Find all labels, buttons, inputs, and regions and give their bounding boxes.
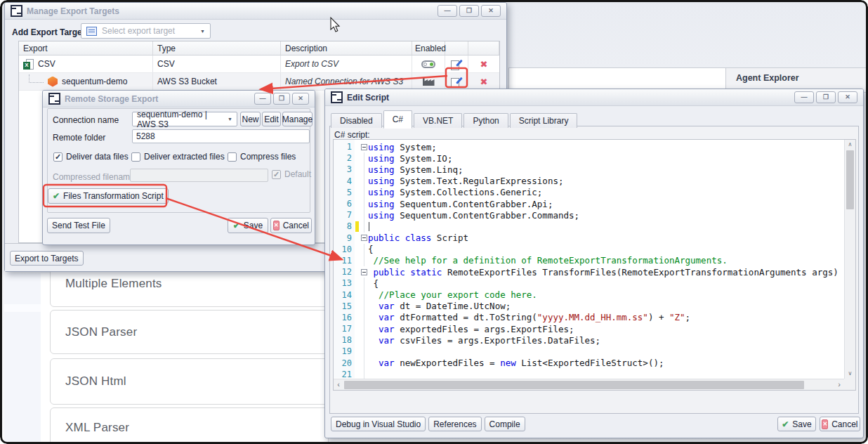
vertical-scroll-thumb[interactable] bbox=[846, 150, 854, 209]
checkbox-checked-icon[interactable]: ✓ bbox=[53, 152, 63, 162]
toggle-on-icon[interactable] bbox=[421, 60, 435, 68]
checkbox-unchecked-icon[interactable] bbox=[228, 152, 237, 162]
fold-collapse-icon[interactable] bbox=[361, 144, 367, 150]
scroll-left-icon[interactable]: ‹ bbox=[334, 379, 343, 390]
cancel-button[interactable]: ✕ Cancel bbox=[820, 417, 860, 431]
maximize-button[interactable]: ❐ bbox=[273, 93, 290, 105]
save-button[interactable]: ✔ Save bbox=[777, 417, 816, 431]
code-line-14[interactable]: 14 //Place your export code here. bbox=[334, 289, 844, 300]
column-header-enabled[interactable]: Enabled bbox=[412, 41, 445, 55]
maximize-button[interactable]: ❐ bbox=[816, 91, 836, 103]
code-line-18[interactable]: 18 var csvFiles = args.ExportFiles.DataF… bbox=[334, 334, 844, 346]
compile-button[interactable]: Compile bbox=[485, 417, 525, 431]
screenshot-frame: Agent Explorer Multiple ElementsJSON Par… bbox=[0, 0, 868, 444]
scroll-up-icon[interactable]: ∧ bbox=[845, 140, 855, 150]
code-line-4[interactable]: 4using System.Text.RegularExpressions; bbox=[334, 176, 844, 187]
files-transformation-script-button[interactable]: ✔ Files Transformation Script bbox=[48, 188, 169, 204]
fold-guide-line bbox=[364, 323, 364, 334]
checkbox-unchecked-icon[interactable] bbox=[131, 152, 140, 162]
code-line-9[interactable]: 9public class Script bbox=[334, 233, 844, 244]
connection-name-combo[interactable]: sequentum-demo | AWS S3 ▼ bbox=[132, 112, 237, 126]
code-line-12[interactable]: 12 public static RemoteExportFiles Trans… bbox=[334, 266, 844, 278]
line-number: 19 bbox=[334, 346, 355, 356]
code-line-11[interactable]: 11 //See help for a definition of Remote… bbox=[334, 255, 844, 266]
card-label: Multiple Elements bbox=[65, 277, 162, 291]
minimize-button[interactable]: — bbox=[438, 5, 457, 17]
delete-export-icon[interactable]: ✖ bbox=[480, 77, 488, 86]
delete-export-icon[interactable]: ✖ bbox=[480, 60, 488, 69]
references-button[interactable]: References bbox=[428, 417, 481, 431]
aws-s3-bucket-icon bbox=[48, 77, 58, 87]
manage-window-titlebar[interactable]: Manage Export Targets — ❐ ✕ bbox=[5, 3, 506, 20]
code-line-2[interactable]: 2using System.IO; bbox=[334, 152, 844, 164]
tab-python[interactable]: Python bbox=[463, 113, 508, 128]
tab-c[interactable]: C# bbox=[383, 110, 412, 129]
code-line-3[interactable]: 3using System.Linq; bbox=[334, 164, 844, 175]
change-marker bbox=[355, 221, 359, 232]
remote-folder-input[interactable] bbox=[132, 129, 310, 143]
new-connection-button[interactable]: New bbox=[240, 112, 261, 126]
compress-files-checkbox[interactable]: Compress files bbox=[228, 152, 296, 162]
card-json-parser[interactable]: JSON Parser bbox=[50, 310, 329, 354]
column-header-export[interactable]: Export bbox=[19, 41, 153, 55]
column-header-type[interactable]: Type bbox=[153, 41, 281, 55]
app-logo-icon bbox=[331, 91, 343, 103]
code-line-1[interactable]: 1using System; bbox=[334, 141, 844, 152]
change-marker bbox=[355, 301, 359, 311]
horizontal-scrollbar[interactable]: ‹ › bbox=[334, 379, 844, 390]
cancel-x-icon: ✕ bbox=[273, 221, 280, 230]
code-line-20[interactable]: 20 var newExportedFiles = new List<Expor… bbox=[334, 358, 844, 369]
code-line-5[interactable]: 5using System.Collections.Generic; bbox=[334, 187, 844, 198]
cancel-button[interactable]: ✕ Cancel bbox=[270, 218, 312, 233]
column-header-description[interactable]: Description bbox=[281, 41, 412, 55]
fold-collapse-icon[interactable] bbox=[361, 235, 367, 241]
scroll-down-icon[interactable]: ∨ bbox=[845, 369, 855, 379]
edit-export-icon[interactable] bbox=[451, 76, 462, 88]
tab-disabled[interactable]: Disabled bbox=[331, 113, 382, 128]
deliver-data-files-checkbox[interactable]: ✓ Deliver data files bbox=[53, 152, 129, 162]
code-line-16[interactable]: 16 var dtFormatted = dt.ToString("yyyy.M… bbox=[334, 312, 844, 323]
scroll-right-icon[interactable]: › bbox=[834, 379, 844, 390]
close-button[interactable]: ✕ bbox=[838, 91, 857, 103]
edit-export-icon[interactable] bbox=[451, 58, 462, 70]
fold-gutter bbox=[360, 323, 368, 334]
debug-in-visual-studio-button[interactable]: Debug in Visual Studio bbox=[331, 417, 426, 431]
vertical-scrollbar[interactable]: ∧ ∨ bbox=[844, 140, 855, 379]
minimize-button[interactable]: — bbox=[254, 93, 271, 105]
save-button[interactable]: ✔ Save bbox=[228, 218, 268, 233]
table-row-csv[interactable]: X CSV CSV Export to CSV ✖ bbox=[19, 56, 499, 73]
code-line-10[interactable]: 10{ bbox=[334, 244, 844, 255]
fold-gutter bbox=[360, 187, 368, 198]
card-json-html[interactable]: JSON Html bbox=[50, 358, 329, 405]
close-button[interactable]: ✕ bbox=[292, 93, 309, 105]
tab-vb-net[interactable]: VB.NET bbox=[414, 113, 462, 128]
code-line-17[interactable]: 17 var exportedFiles = args.ExportFiles; bbox=[334, 323, 844, 334]
horizontal-scroll-thumb[interactable] bbox=[344, 381, 804, 389]
fold-collapse-icon[interactable] bbox=[361, 269, 367, 275]
manage-connection-button[interactable]: Manage bbox=[282, 112, 313, 126]
edit-connection-button[interactable]: Edit bbox=[262, 112, 281, 126]
fold-gutter bbox=[360, 198, 368, 209]
code-line-7[interactable]: 7using Sequentum.ContentGrabber.Commands… bbox=[334, 209, 844, 221]
line-number: 17 bbox=[334, 324, 355, 334]
code-line-15[interactable]: 15 var dt = DateTime.UtcNow; bbox=[334, 301, 844, 312]
card-xml-parser[interactable]: XML Parser bbox=[50, 407, 329, 444]
code-editor[interactable]: 1using System;2using System.IO;3using Sy… bbox=[333, 139, 856, 391]
select-export-target-dropdown[interactable]: Select export target ▼ bbox=[81, 23, 211, 39]
send-test-file-button[interactable]: Send Test File bbox=[47, 218, 110, 233]
maximize-button[interactable]: ❐ bbox=[459, 5, 479, 17]
fold-guide-line bbox=[364, 164, 364, 175]
code-line-13[interactable]: 13 { bbox=[334, 278, 844, 289]
script-label: C# script: bbox=[334, 130, 370, 140]
minimize-button[interactable]: — bbox=[794, 91, 814, 103]
tab-script-library[interactable]: Script Library bbox=[510, 113, 578, 128]
export-to-targets-button[interactable]: Export to Targets bbox=[10, 251, 84, 266]
close-button[interactable]: ✕ bbox=[481, 5, 501, 17]
export-type: AWS S3 Bucket bbox=[153, 73, 281, 90]
remote-window-titlebar[interactable]: Remote Storage Export — ❐ ✕ bbox=[43, 91, 315, 107]
deliver-extracted-files-checkbox[interactable]: Deliver extracted files bbox=[131, 152, 225, 162]
code-line-19[interactable]: 19 bbox=[334, 346, 844, 357]
code-line-8[interactable]: 8 bbox=[334, 221, 844, 232]
script-window-titlebar[interactable]: Edit Script — ❐ ✕ bbox=[325, 89, 863, 106]
code-line-6[interactable]: 6using Sequentum.ContentGrabber.Api; bbox=[334, 198, 844, 209]
